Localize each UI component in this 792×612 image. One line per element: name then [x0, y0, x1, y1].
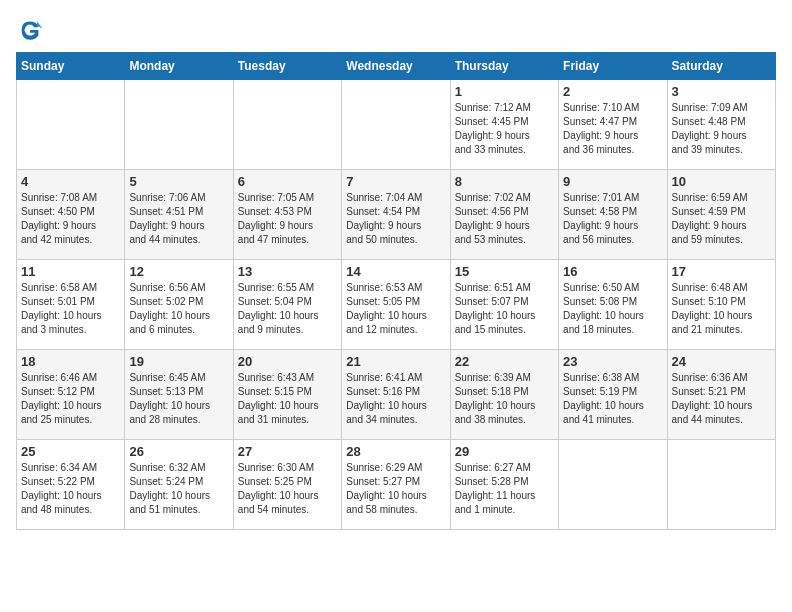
day-number: 4: [21, 174, 120, 189]
day-info: Sunrise: 6:58 AM Sunset: 5:01 PM Dayligh…: [21, 281, 120, 337]
day-number: 16: [563, 264, 662, 279]
calendar-table: SundayMondayTuesdayWednesdayThursdayFrid…: [16, 52, 776, 530]
calendar-cell: 15Sunrise: 6:51 AM Sunset: 5:07 PM Dayli…: [450, 260, 558, 350]
day-number: 2: [563, 84, 662, 99]
calendar-cell: 22Sunrise: 6:39 AM Sunset: 5:18 PM Dayli…: [450, 350, 558, 440]
day-info: Sunrise: 6:27 AM Sunset: 5:28 PM Dayligh…: [455, 461, 554, 517]
calendar-cell: 16Sunrise: 6:50 AM Sunset: 5:08 PM Dayli…: [559, 260, 667, 350]
weekday-header: Saturday: [667, 53, 775, 80]
day-info: Sunrise: 6:36 AM Sunset: 5:21 PM Dayligh…: [672, 371, 771, 427]
weekday-header: Monday: [125, 53, 233, 80]
calendar-cell: 19Sunrise: 6:45 AM Sunset: 5:13 PM Dayli…: [125, 350, 233, 440]
calendar-cell: 7Sunrise: 7:04 AM Sunset: 4:54 PM Daylig…: [342, 170, 450, 260]
day-info: Sunrise: 7:01 AM Sunset: 4:58 PM Dayligh…: [563, 191, 662, 247]
calendar-cell: [233, 80, 341, 170]
day-number: 5: [129, 174, 228, 189]
day-number: 24: [672, 354, 771, 369]
weekday-header: Sunday: [17, 53, 125, 80]
day-info: Sunrise: 7:08 AM Sunset: 4:50 PM Dayligh…: [21, 191, 120, 247]
calendar-cell: 29Sunrise: 6:27 AM Sunset: 5:28 PM Dayli…: [450, 440, 558, 530]
day-number: 29: [455, 444, 554, 459]
day-info: Sunrise: 6:45 AM Sunset: 5:13 PM Dayligh…: [129, 371, 228, 427]
day-info: Sunrise: 7:10 AM Sunset: 4:47 PM Dayligh…: [563, 101, 662, 157]
day-number: 9: [563, 174, 662, 189]
calendar-cell: [342, 80, 450, 170]
day-info: Sunrise: 7:09 AM Sunset: 4:48 PM Dayligh…: [672, 101, 771, 157]
day-info: Sunrise: 6:55 AM Sunset: 5:04 PM Dayligh…: [238, 281, 337, 337]
calendar-cell: 27Sunrise: 6:30 AM Sunset: 5:25 PM Dayli…: [233, 440, 341, 530]
day-number: 19: [129, 354, 228, 369]
day-info: Sunrise: 6:34 AM Sunset: 5:22 PM Dayligh…: [21, 461, 120, 517]
day-info: Sunrise: 6:30 AM Sunset: 5:25 PM Dayligh…: [238, 461, 337, 517]
day-info: Sunrise: 6:48 AM Sunset: 5:10 PM Dayligh…: [672, 281, 771, 337]
calendar-cell: 2Sunrise: 7:10 AM Sunset: 4:47 PM Daylig…: [559, 80, 667, 170]
day-info: Sunrise: 7:06 AM Sunset: 4:51 PM Dayligh…: [129, 191, 228, 247]
day-number: 12: [129, 264, 228, 279]
calendar-cell: 8Sunrise: 7:02 AM Sunset: 4:56 PM Daylig…: [450, 170, 558, 260]
calendar-cell: 1Sunrise: 7:12 AM Sunset: 4:45 PM Daylig…: [450, 80, 558, 170]
day-info: Sunrise: 6:39 AM Sunset: 5:18 PM Dayligh…: [455, 371, 554, 427]
day-number: 3: [672, 84, 771, 99]
calendar-cell: [667, 440, 775, 530]
day-number: 8: [455, 174, 554, 189]
weekday-header: Friday: [559, 53, 667, 80]
calendar-cell: 13Sunrise: 6:55 AM Sunset: 5:04 PM Dayli…: [233, 260, 341, 350]
day-info: Sunrise: 6:59 AM Sunset: 4:59 PM Dayligh…: [672, 191, 771, 247]
day-info: Sunrise: 6:46 AM Sunset: 5:12 PM Dayligh…: [21, 371, 120, 427]
calendar-cell: [125, 80, 233, 170]
day-number: 7: [346, 174, 445, 189]
calendar-cell: 26Sunrise: 6:32 AM Sunset: 5:24 PM Dayli…: [125, 440, 233, 530]
calendar-week-row: 4Sunrise: 7:08 AM Sunset: 4:50 PM Daylig…: [17, 170, 776, 260]
day-number: 15: [455, 264, 554, 279]
weekday-header: Thursday: [450, 53, 558, 80]
page-header: [16, 16, 776, 44]
calendar-cell: 6Sunrise: 7:05 AM Sunset: 4:53 PM Daylig…: [233, 170, 341, 260]
weekday-header: Wednesday: [342, 53, 450, 80]
day-info: Sunrise: 6:43 AM Sunset: 5:15 PM Dayligh…: [238, 371, 337, 427]
day-number: 26: [129, 444, 228, 459]
weekday-header-row: SundayMondayTuesdayWednesdayThursdayFrid…: [17, 53, 776, 80]
calendar-cell: 11Sunrise: 6:58 AM Sunset: 5:01 PM Dayli…: [17, 260, 125, 350]
logo-icon: [16, 16, 44, 44]
day-number: 22: [455, 354, 554, 369]
calendar-cell: 12Sunrise: 6:56 AM Sunset: 5:02 PM Dayli…: [125, 260, 233, 350]
day-info: Sunrise: 6:50 AM Sunset: 5:08 PM Dayligh…: [563, 281, 662, 337]
day-number: 10: [672, 174, 771, 189]
calendar-cell: 14Sunrise: 6:53 AM Sunset: 5:05 PM Dayli…: [342, 260, 450, 350]
calendar-cell: 3Sunrise: 7:09 AM Sunset: 4:48 PM Daylig…: [667, 80, 775, 170]
day-info: Sunrise: 6:56 AM Sunset: 5:02 PM Dayligh…: [129, 281, 228, 337]
day-info: Sunrise: 6:53 AM Sunset: 5:05 PM Dayligh…: [346, 281, 445, 337]
day-number: 11: [21, 264, 120, 279]
weekday-header: Tuesday: [233, 53, 341, 80]
day-info: Sunrise: 7:02 AM Sunset: 4:56 PM Dayligh…: [455, 191, 554, 247]
day-info: Sunrise: 7:04 AM Sunset: 4:54 PM Dayligh…: [346, 191, 445, 247]
day-info: Sunrise: 6:32 AM Sunset: 5:24 PM Dayligh…: [129, 461, 228, 517]
day-number: 23: [563, 354, 662, 369]
calendar-cell: [17, 80, 125, 170]
day-number: 28: [346, 444, 445, 459]
logo: [16, 16, 48, 44]
day-number: 6: [238, 174, 337, 189]
day-number: 20: [238, 354, 337, 369]
calendar-cell: 5Sunrise: 7:06 AM Sunset: 4:51 PM Daylig…: [125, 170, 233, 260]
calendar-cell: 24Sunrise: 6:36 AM Sunset: 5:21 PM Dayli…: [667, 350, 775, 440]
calendar-cell: 9Sunrise: 7:01 AM Sunset: 4:58 PM Daylig…: [559, 170, 667, 260]
day-number: 27: [238, 444, 337, 459]
day-info: Sunrise: 6:29 AM Sunset: 5:27 PM Dayligh…: [346, 461, 445, 517]
day-info: Sunrise: 7:05 AM Sunset: 4:53 PM Dayligh…: [238, 191, 337, 247]
calendar-cell: 20Sunrise: 6:43 AM Sunset: 5:15 PM Dayli…: [233, 350, 341, 440]
day-info: Sunrise: 7:12 AM Sunset: 4:45 PM Dayligh…: [455, 101, 554, 157]
day-info: Sunrise: 6:41 AM Sunset: 5:16 PM Dayligh…: [346, 371, 445, 427]
calendar-week-row: 11Sunrise: 6:58 AM Sunset: 5:01 PM Dayli…: [17, 260, 776, 350]
calendar-cell: 10Sunrise: 6:59 AM Sunset: 4:59 PM Dayli…: [667, 170, 775, 260]
calendar-week-row: 25Sunrise: 6:34 AM Sunset: 5:22 PM Dayli…: [17, 440, 776, 530]
calendar-cell: 28Sunrise: 6:29 AM Sunset: 5:27 PM Dayli…: [342, 440, 450, 530]
calendar-cell: 23Sunrise: 6:38 AM Sunset: 5:19 PM Dayli…: [559, 350, 667, 440]
calendar-cell: [559, 440, 667, 530]
day-number: 21: [346, 354, 445, 369]
calendar-body: 1Sunrise: 7:12 AM Sunset: 4:45 PM Daylig…: [17, 80, 776, 530]
calendar-cell: 25Sunrise: 6:34 AM Sunset: 5:22 PM Dayli…: [17, 440, 125, 530]
day-number: 1: [455, 84, 554, 99]
day-number: 18: [21, 354, 120, 369]
day-info: Sunrise: 6:51 AM Sunset: 5:07 PM Dayligh…: [455, 281, 554, 337]
